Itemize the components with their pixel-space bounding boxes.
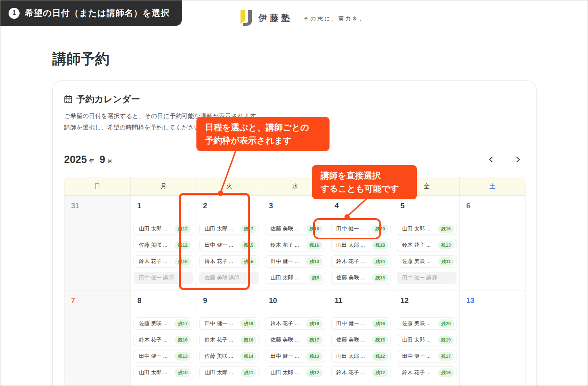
weekday-sun: 日: [65, 177, 130, 195]
instructor-chip[interactable]: 鈴木 花子 ...残16: [265, 239, 325, 251]
instructor-chip[interactable]: 佐藤 美咲 ...残16: [265, 223, 325, 235]
instructor-chip[interactable]: 佐藤 美咲 ...残12: [134, 239, 193, 251]
calendar-cell-3[interactable]: 3佐藤 美咲 ...残16鈴木 花子 ...残16田中 健一 ...残13山田 …: [262, 195, 327, 290]
instructor-chip[interactable]: 田中 健一 ...残19: [199, 317, 259, 330]
instructor-chip[interactable]: 田中 健一 ...残20: [331, 223, 391, 235]
calendar-cell-9[interactable]: 9田中 健一 ...残19鈴木 花子 ...残16佐藤 美咲 ...残14山田 …: [196, 290, 262, 379]
instructor-chip[interactable]: 鈴木 花子 ...残15: [199, 255, 259, 268]
remaining-slots-badge: 残15: [372, 336, 388, 344]
instructor-chip[interactable]: 佐藤 美咲 ...残11: [397, 255, 457, 268]
card-header: 予約カレンダー: [64, 93, 140, 105]
instructor-name: 山田 太郎 ...: [139, 225, 167, 232]
remaining-slots-badge: 残12: [175, 241, 191, 250]
instructor-name: 佐藤 美咲 ...: [205, 353, 233, 360]
date-number: 12: [401, 296, 459, 305]
instructor-chip[interactable]: 山田 太郎 ...残9: [265, 272, 325, 284]
instructor-chip[interactable]: 田中 健一 ...残13: [265, 350, 325, 362]
instructor-chip[interactable]: 田中 健一 ...残17: [397, 350, 457, 362]
weekday-header-row: 日 月 火 水 木 金 土: [65, 177, 525, 195]
calendar-cell-19[interactable]: 19: [394, 378, 459, 386]
instructor-name: 田中 健一 ...: [270, 258, 299, 265]
calendar-cell-2[interactable]: 2山田 太郎 ...残17田中 健一 ...残15鈴木 花子 ...残15佐藤 …: [196, 195, 262, 290]
instructor-chip[interactable]: 鈴木 花子 ...残19: [265, 317, 325, 330]
instructor-chip[interactable]: 田中 健一 ...残13: [134, 350, 193, 362]
instructor-chip[interactable]: 山田 太郎 ...残19: [397, 334, 457, 346]
instructor-chip[interactable]: 田中 健一 ...残15: [199, 239, 259, 251]
instructor-chip[interactable]: 佐藤 美咲 ...残17: [265, 334, 325, 346]
calendar-cell-11[interactable]: 11田中 健一 ...残16佐藤 美咲 ...残15山田 太郎 ...残12鈴木…: [328, 290, 394, 379]
instructor-name: 田中 健一 講師: [402, 274, 437, 281]
instructor-chip[interactable]: 佐藤 美咲 ...残20: [397, 317, 457, 330]
instructor-chip[interactable]: 佐藤 美咲 ...残17: [134, 317, 193, 330]
date-number: 1: [137, 201, 196, 210]
instructor-chip[interactable]: 山田 太郎 ...残17: [199, 223, 259, 235]
calendar-cell-20[interactable]: 20: [459, 378, 525, 386]
remaining-slots-badge: 残12: [306, 368, 322, 377]
instructor-chip[interactable]: 佐藤 美咲 ...残13: [331, 272, 391, 284]
screenshot-root: 1 希望の日付（または講師名）を選択 伊藤塾 その志に、実力を。 講師予約 予約…: [0, 0, 588, 386]
calendar-cell-5[interactable]: 5山田 太郎 ...残16鈴木 花子 ...残13佐藤 美咲 ...残11田中 …: [394, 195, 459, 290]
instructor-name: 山田 太郎 ...: [402, 225, 431, 232]
instructor-chip[interactable]: 佐藤 美咲 ...残14: [199, 350, 259, 362]
instructor-name: 佐藤 美咲 ...: [336, 274, 365, 281]
instructor-name: 山田 太郎 ...: [205, 225, 233, 232]
calendar-cell-4[interactable]: 4田中 健一 ...残20山田 太郎 ...残18鈴木 花子 ...残14佐藤 …: [328, 195, 394, 290]
calendar-icon: [64, 95, 72, 103]
instructor-chip[interactable]: 鈴木 花子 ...残16: [397, 366, 457, 379]
instructor-chip[interactable]: 佐藤 美咲 ...残15: [331, 334, 391, 346]
calendar-cell-6[interactable]: 6: [459, 195, 525, 290]
instructor-chip[interactable]: 山田 太郎 ...残11: [199, 366, 259, 379]
remaining-slots-badge: 残14: [372, 257, 388, 266]
instructor-chip[interactable]: 山田 太郎 ...残12: [134, 223, 193, 235]
instructor-chip-list: 田中 健一 ...残20山田 太郎 ...残18鈴木 花子 ...残14佐藤 美…: [331, 223, 391, 284]
instructor-chip[interactable]: 鈴木 花子 ...残16: [134, 334, 193, 346]
remaining-slots-badge: 残20: [372, 225, 388, 233]
year-unit: 年: [89, 158, 94, 165]
calendar-cell-8[interactable]: 8佐藤 美咲 ...残17鈴木 花子 ...残16田中 健一 ...残13山田 …: [130, 290, 196, 379]
instructor-chip[interactable]: 山田 太郎 ...残12: [265, 366, 325, 379]
callout-select-instructor: 講師を直接選択 することも可能です: [312, 165, 417, 199]
remaining-slots-badge: 残10: [175, 368, 191, 377]
instructor-chip[interactable]: 山田 太郎 ...残18: [331, 239, 391, 251]
card-title: 予約カレンダー: [76, 93, 140, 105]
callout-text: 予約枠が表示されます: [205, 134, 321, 147]
remaining-slots-badge: 残14: [241, 352, 256, 361]
calendar-cell-7[interactable]: 7: [65, 290, 130, 379]
instructor-chip[interactable]: 山田 太郎 ...残12: [331, 350, 391, 362]
instructor-chip[interactable]: 山田 太郎 ...残10: [134, 366, 193, 379]
prev-month-button[interactable]: [486, 154, 496, 165]
instructor-chip[interactable]: 山田 太郎 ...残16: [397, 223, 457, 235]
month-label: 2025 年 9 月: [64, 154, 113, 165]
calendar-cell-14[interactable]: 14: [65, 378, 130, 386]
calendar-cell-1[interactable]: 1山田 太郎 ...残12佐藤 美咲 ...残12鈴木 花子 ...残10田中 …: [130, 195, 196, 290]
remaining-slots-badge: 残13: [175, 352, 191, 361]
instructor-name: 山田 太郎 ...: [402, 336, 431, 344]
calendar-week-row: 14151617181920: [65, 378, 525, 386]
chevron-left-icon: [488, 156, 494, 163]
instructor-name: 田中 健一 ...: [139, 353, 167, 360]
calendar-cell-15[interactable]: 15: [130, 378, 196, 386]
instructor-chip[interactable]: 鈴木 花子 ...残10: [134, 255, 193, 268]
instructor-chip[interactable]: 田中 健一 ...残13: [265, 255, 325, 268]
calendar-cell-18[interactable]: 18: [328, 378, 394, 386]
remaining-slots-badge: 残16: [306, 241, 322, 250]
calendar-cell-17[interactable]: 17: [262, 378, 327, 386]
remaining-slots-badge: 残19: [241, 319, 256, 328]
instructor-chip[interactable]: 鈴木 花子 ...残16: [199, 334, 259, 346]
next-month-button[interactable]: [512, 154, 523, 165]
calendar-cell-10[interactable]: 10鈴木 花子 ...残19佐藤 美咲 ...残17田中 健一 ...残13山田…: [262, 290, 327, 379]
calendar-cell-16[interactable]: 16: [196, 378, 262, 386]
instructor-chip[interactable]: 鈴木 花子 ...残12: [331, 366, 391, 379]
instructor-chip-list: 山田 太郎 ...残17田中 健一 ...残15鈴木 花子 ...残15佐藤 美…: [199, 223, 259, 284]
itojuku-logo-icon: [239, 9, 254, 27]
remaining-slots-badge: 残15: [241, 257, 256, 266]
callout-text: することも可能です: [321, 182, 408, 195]
instructor-chip[interactable]: 鈴木 花子 ...残13: [397, 239, 457, 251]
callout-text: 日程を選ぶと、講師ごとの: [205, 121, 321, 134]
date-number: 13: [466, 296, 525, 305]
calendar-cell-12[interactable]: 12佐藤 美咲 ...残20山田 太郎 ...残19田中 健一 ...残17鈴木…: [394, 290, 459, 379]
remaining-slots-badge: 残13: [372, 274, 388, 282]
instructor-chip[interactable]: 田中 健一 ...残16: [331, 317, 391, 330]
calendar-cell-13[interactable]: 13: [459, 290, 525, 379]
instructor-chip[interactable]: 鈴木 花子 ...残14: [331, 255, 391, 268]
